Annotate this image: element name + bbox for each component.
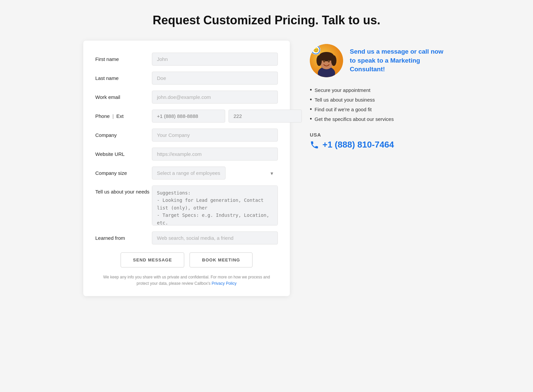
phone-number-display: +1 (888) 810-7464 <box>310 140 450 150</box>
svg-text:😊: 😊 <box>313 47 319 53</box>
svg-point-7 <box>316 55 322 66</box>
company-row: Company <box>95 129 278 142</box>
needs-textarea[interactable] <box>152 186 278 225</box>
ext-label: Ext <box>116 113 124 119</box>
work-email-input[interactable] <box>152 91 278 104</box>
phone-label-container: Phone | Ext <box>95 113 152 119</box>
website-label: Website URL <box>95 151 152 157</box>
send-message-button[interactable]: SEND MESSAGE <box>121 252 184 267</box>
company-label: Company <box>95 132 152 138</box>
phone-inputs <box>152 110 302 123</box>
svg-point-10 <box>328 60 330 63</box>
bullet-item-1: Secure your appointment <box>310 87 450 94</box>
phone-input[interactable] <box>152 110 225 123</box>
bullet-item-2: Tell us about your business <box>310 96 450 103</box>
phone-icon <box>310 140 319 150</box>
company-size-label: Company size <box>95 170 152 176</box>
company-size-row: Company size Select a range of employees… <box>95 167 278 180</box>
last-name-input[interactable] <box>152 72 278 85</box>
avatar: 😊 <box>310 44 343 77</box>
phone-separator: | <box>112 113 114 119</box>
privacy-policy-link[interactable]: Privacy Policy <box>212 281 237 286</box>
needs-row: Tell us about your needs <box>95 186 278 225</box>
company-size-select-wrapper: Select a range of employees 1-10 11-50 5… <box>152 167 278 180</box>
first-name-row: First name <box>95 53 278 66</box>
work-email-label: Work email <box>95 94 152 100</box>
last-name-label: Last name <box>95 75 152 81</box>
company-input[interactable] <box>152 129 278 142</box>
bullet-list: Secure your appointment Tell us about yo… <box>310 87 450 123</box>
svg-point-9 <box>323 60 325 63</box>
book-meeting-button[interactable]: BOOK MEETING <box>190 252 252 267</box>
main-container: First name Last name Work email Phone | … <box>83 41 450 296</box>
last-name-row: Last name <box>95 72 278 85</box>
website-row: Website URL <box>95 148 278 161</box>
page-title: Request Customized Pricing. Talk to us. <box>153 13 380 27</box>
phone-label: Phone <box>95 113 110 119</box>
first-name-input[interactable] <box>152 53 278 66</box>
phone-row: Phone | Ext <box>95 110 278 123</box>
privacy-text: We keep any info you share with us priva… <box>95 274 278 287</box>
bullet-item-3: Find out if we're a good fit <box>310 106 450 113</box>
form-card: First name Last name Work email Phone | … <box>83 41 290 296</box>
privacy-text-main: We keep any info you share with us priva… <box>103 275 270 286</box>
website-input[interactable] <box>152 148 278 161</box>
company-size-select[interactable]: Select a range of employees 1-10 11-50 5… <box>152 167 226 180</box>
learned-label: Learned from <box>95 235 152 241</box>
needs-label: Tell us about your needs <box>95 186 152 195</box>
phone-number-text: +1 (888) 810-7464 <box>322 140 394 150</box>
right-panel: 😊 Send us a message or call now to speak… <box>310 41 450 150</box>
consultant-row: 😊 Send us a message or call now to speak… <box>310 44 450 77</box>
work-email-row: Work email <box>95 91 278 104</box>
svg-point-8 <box>331 55 336 66</box>
learned-input[interactable] <box>152 231 278 244</box>
country-label: USA <box>310 132 450 138</box>
learned-row: Learned from <box>95 231 278 244</box>
consultant-message: Send us a message or call now to speak t… <box>350 47 450 74</box>
button-row: SEND MESSAGE BOOK MEETING <box>95 252 278 267</box>
first-name-label: First name <box>95 56 152 62</box>
bullet-item-4: Get the specifics about our services <box>310 116 450 123</box>
ext-input[interactable] <box>229 110 302 123</box>
